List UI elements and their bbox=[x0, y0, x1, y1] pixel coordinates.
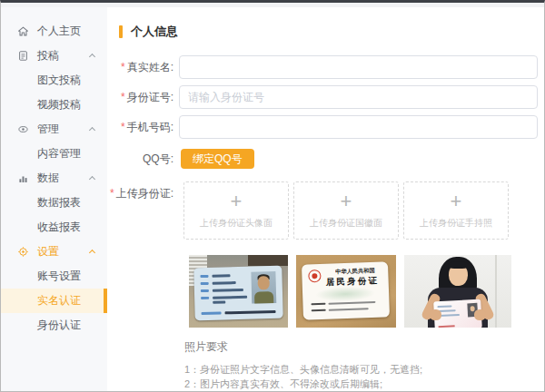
sample-images: 中华人民共和国 居民身份证 bbox=[189, 255, 544, 328]
manage-icon bbox=[16, 123, 29, 136]
sidebar-item-home[interactable]: 个人主页 bbox=[1, 19, 107, 44]
sidebar-item-content-management[interactable]: 内容管理 bbox=[1, 142, 107, 166]
chevron-up-icon bbox=[89, 250, 95, 256]
sidebar-item-label: 身份认证 bbox=[37, 318, 81, 333]
sample-id-front-image bbox=[189, 255, 288, 328]
plus-icon: + bbox=[231, 192, 243, 211]
upload-id-back-box[interactable]: + 上传身份证国徽面 bbox=[293, 181, 399, 240]
requirement-item: 2：图片内容真实有效、不得涂改或后期编辑; bbox=[184, 377, 544, 391]
chevron-up-icon bbox=[89, 176, 95, 182]
sidebar-item-data[interactable]: 数据 bbox=[1, 166, 107, 191]
card-title-text: 居民身份证 bbox=[326, 275, 379, 289]
bind-qq-button[interactable]: 绑定QQ号 bbox=[181, 149, 254, 169]
required-asterisk: * bbox=[121, 91, 125, 103]
section-accent-bar bbox=[119, 25, 123, 38]
data-icon bbox=[16, 172, 29, 185]
sidebar-item-label: 数据 bbox=[37, 171, 59, 186]
photo-requirements: 照片要求 1：身份证照片文字信息、头像信息清晰可见，无遮挡; 2：图片内容真实有… bbox=[184, 339, 544, 392]
sidebar-item-settings[interactable]: 设置 bbox=[1, 240, 107, 264]
section-header: 个人信息 bbox=[107, 24, 544, 40]
chevron-up-icon bbox=[89, 54, 95, 60]
sidebar-item-label: 账号设置 bbox=[37, 269, 81, 284]
required-asterisk: * bbox=[121, 61, 125, 74]
upload-boxes: + 上传身份证头像面 + 上传身份证国徽面 + 上传身份证手持照 bbox=[179, 181, 509, 240]
sample-id-handheld-image bbox=[404, 255, 511, 328]
sidebar-item-label: 个人主页 bbox=[37, 24, 81, 39]
sidebar-item-revenue-report[interactable]: 收益报表 bbox=[1, 215, 107, 240]
home-icon bbox=[16, 25, 29, 38]
sidebar: 个人主页 投稿 图文投稿 视频投稿 管理 bbox=[1, 7, 107, 392]
sidebar-item-management[interactable]: 管理 bbox=[1, 117, 107, 142]
personal-info-form: *真实姓名: *身份证号: *手机号码: QQ号: 绑定QQ号 *上传身份证: bbox=[107, 55, 544, 240]
upload-id-front-box[interactable]: + 上传身份证头像面 bbox=[183, 181, 289, 240]
id-number-input[interactable] bbox=[179, 85, 538, 109]
sidebar-item-label: 收益报表 bbox=[37, 220, 81, 235]
chevron-up-icon bbox=[89, 127, 95, 133]
sample-id-back-image: 中华人民共和国 居民身份证 bbox=[296, 255, 396, 328]
real-name-input[interactable] bbox=[179, 55, 538, 79]
plus-icon: + bbox=[451, 192, 462, 211]
upload-row: *上传身份证: + 上传身份证头像面 + 上传身份证国徽面 + 上传身份证手持照 bbox=[107, 181, 544, 240]
phone-row: *手机号码: bbox=[107, 115, 544, 139]
id-number-label: *身份证号: bbox=[107, 85, 179, 109]
qq-row: QQ号: 绑定QQ号 bbox=[107, 147, 544, 171]
sidebar-item-label: 图文投稿 bbox=[37, 73, 81, 88]
card-country-text: 中华人民共和国 bbox=[335, 267, 373, 276]
sidebar-item-image-text-submission[interactable]: 图文投稿 bbox=[1, 68, 107, 93]
sidebar-item-label: 实名认证 bbox=[37, 293, 81, 309]
upload-label: *上传身份证: bbox=[107, 181, 179, 205]
required-asterisk: * bbox=[110, 187, 114, 200]
national-emblem-icon bbox=[308, 270, 321, 282]
sidebar-item-label: 数据报表 bbox=[37, 195, 81, 211]
required-asterisk: * bbox=[121, 121, 125, 133]
upload-caption: 上传身份证国徽面 bbox=[310, 217, 382, 230]
real-name-row: *真实姓名: bbox=[107, 55, 544, 79]
qq-label: QQ号: bbox=[107, 147, 179, 171]
upload-caption: 上传身份证手持照 bbox=[420, 217, 492, 230]
sidebar-item-video-submission[interactable]: 视频投稿 bbox=[1, 93, 107, 117]
requirements-title: 照片要求 bbox=[184, 339, 544, 355]
id-number-row: *身份证号: bbox=[107, 85, 544, 109]
settings-icon bbox=[16, 246, 29, 259]
sidebar-item-label: 内容管理 bbox=[37, 146, 81, 162]
sidebar-item-label: 设置 bbox=[37, 244, 59, 260]
sidebar-item-account-settings[interactable]: 账号设置 bbox=[1, 264, 107, 289]
upload-caption: 上传身份证头像面 bbox=[200, 217, 272, 230]
sidebar-item-submissions[interactable]: 投稿 bbox=[1, 44, 107, 68]
sidebar-item-label: 投稿 bbox=[37, 48, 59, 64]
app-window: 个人主页 投稿 图文投稿 视频投稿 管理 bbox=[0, 0, 545, 392]
sidebar-item-label: 管理 bbox=[37, 122, 59, 137]
submit-icon bbox=[16, 50, 29, 63]
upload-id-handheld-box[interactable]: + 上传身份证手持照 bbox=[403, 181, 509, 240]
sidebar-item-data-report[interactable]: 数据报表 bbox=[1, 191, 107, 215]
sidebar-item-label: 视频投稿 bbox=[37, 97, 81, 113]
page-title: 个人信息 bbox=[131, 24, 178, 40]
sidebar-item-identity-verification[interactable]: 身份认证 bbox=[1, 313, 107, 338]
phone-label: *手机号码: bbox=[107, 115, 179, 139]
plus-icon: + bbox=[341, 192, 352, 211]
phone-input[interactable] bbox=[179, 115, 538, 139]
sidebar-item-realname-verification[interactable]: 实名认证 bbox=[1, 289, 107, 313]
real-name-label: *真实姓名: bbox=[107, 55, 179, 79]
main-content: 个人信息 *真实姓名: *身份证号: *手机号码: QQ号: 绑定QQ bbox=[107, 7, 544, 392]
requirement-item: 1：身份证照片文字信息、头像信息清晰可见，无遮挡; bbox=[184, 362, 544, 377]
